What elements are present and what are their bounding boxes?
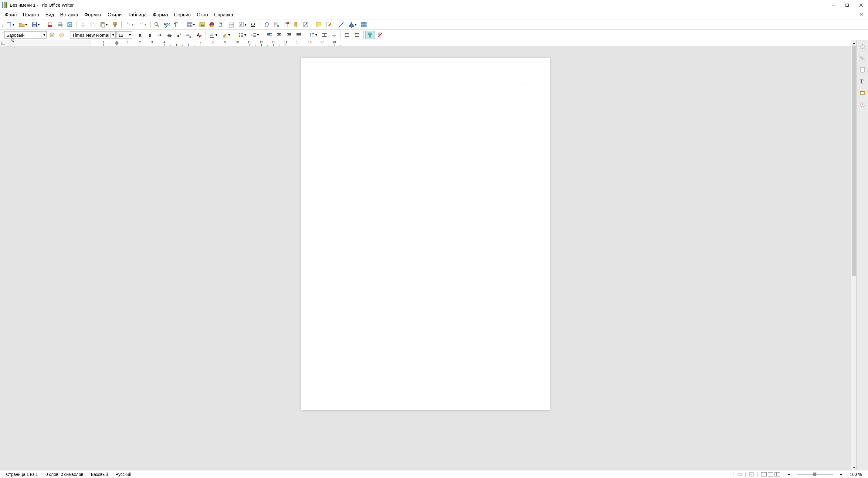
- status-signature[interactable]: [746, 470, 757, 478]
- clone-formatting-alt-button[interactable]: [365, 31, 374, 39]
- bullet-list-button[interactable]: ▾: [236, 31, 248, 39]
- highlight-color-button[interactable]: ▾: [220, 31, 232, 39]
- font-name-input[interactable]: [70, 32, 111, 38]
- menu-справка[interactable]: Справка: [211, 11, 236, 19]
- increase-para-spacing-button[interactable]: [320, 31, 329, 39]
- menu-вставка[interactable]: Вставка: [57, 11, 81, 19]
- sidebar-properties-button[interactable]: [858, 54, 867, 63]
- redo-button[interactable]: ▾: [136, 20, 148, 29]
- decrease-para-spacing-button[interactable]: [330, 31, 339, 39]
- update-style-button[interactable]: [48, 31, 57, 39]
- minimize-button[interactable]: [826, 0, 840, 10]
- bold-button[interactable]: a: [136, 31, 145, 39]
- maximize-button[interactable]: [840, 0, 854, 10]
- superscript-button[interactable]: ab: [175, 31, 184, 39]
- draw-functions-button[interactable]: [359, 20, 368, 29]
- align-left-button[interactable]: [265, 31, 274, 39]
- scroll-down-button[interactable]: ▾: [851, 465, 857, 470]
- formatting-marks-button[interactable]: [172, 20, 181, 29]
- align-center-button[interactable]: [275, 31, 284, 39]
- status-zoom-in[interactable]: +: [836, 470, 846, 478]
- clear-formatting-button[interactable]: A: [194, 31, 203, 39]
- save-document-button[interactable]: ▾: [30, 20, 42, 29]
- sidebar-settings-button[interactable]: [858, 42, 867, 52]
- print-button[interactable]: [56, 20, 65, 29]
- font-color-button[interactable]: a▾: [207, 31, 219, 39]
- open-document-button[interactable]: ▾: [17, 20, 29, 29]
- new-document-button[interactable]: ▾: [4, 20, 17, 29]
- undo-button[interactable]: ▾: [124, 20, 136, 29]
- zoom-slider-knob[interactable]: [813, 473, 816, 476]
- font-size-input[interactable]: [117, 32, 128, 38]
- italic-button[interactable]: a: [146, 31, 155, 39]
- dropdown-arrow-icon[interactable]: ▾: [41, 32, 46, 38]
- insert-chart-button[interactable]: [207, 20, 216, 29]
- menu-правка[interactable]: Правка: [20, 11, 42, 19]
- menu-вид[interactable]: Вид: [42, 11, 57, 19]
- underline-button[interactable]: a: [155, 31, 164, 39]
- insert-page-break-button[interactable]: [227, 20, 236, 29]
- sidebar-styles-button[interactable]: T: [858, 76, 867, 86]
- increase-indent-button[interactable]: [343, 31, 352, 39]
- insert-field-button[interactable]: # ▾: [237, 20, 249, 29]
- spellcheck-button[interactable]: Abc: [162, 20, 171, 29]
- align-right-button[interactable]: [284, 31, 293, 39]
- copy-button[interactable]: [88, 20, 97, 29]
- paste-button[interactable]: ▾: [98, 20, 110, 29]
- menu-форма[interactable]: Форма: [150, 11, 171, 19]
- status-insert-mode[interactable]: [734, 470, 745, 478]
- scroll-up-button[interactable]: ▴: [851, 40, 857, 45]
- menu-стили[interactable]: Стили: [105, 11, 125, 19]
- dropdown-arrow-icon[interactable]: ▾: [128, 32, 132, 38]
- status-zoom-level[interactable]: 100 %: [846, 470, 866, 478]
- status-wordcount[interactable]: 0 слов, 0 символов: [42, 470, 87, 478]
- toolbar-grip[interactable]: [2, 31, 4, 39]
- track-changes-button[interactable]: [324, 20, 333, 29]
- status-page-style[interactable]: Базовый: [87, 470, 112, 478]
- strikethrough-button[interactable]: a: [165, 31, 174, 39]
- document-page[interactable]: [301, 58, 550, 410]
- export-pdf-button[interactable]: [46, 20, 55, 29]
- basic-shapes-button[interactable]: ▾: [347, 20, 359, 29]
- toolbar-grip[interactable]: [2, 21, 4, 29]
- view-single-page-button[interactable]: [761, 472, 767, 476]
- zoom-slider[interactable]: [797, 474, 833, 475]
- clone-formatting-button[interactable]: [111, 20, 120, 29]
- draw-line-button[interactable]: [337, 20, 346, 29]
- menu-файл[interactable]: Файл: [2, 11, 20, 19]
- sidebar-page-button[interactable]: [858, 65, 867, 75]
- menu-окно[interactable]: Окно: [194, 11, 211, 19]
- menu-таблица[interactable]: Таблица: [125, 11, 150, 19]
- close-button[interactable]: [854, 0, 868, 10]
- scroll-thumb[interactable]: [852, 45, 856, 276]
- document-viewport[interactable]: [0, 46, 851, 470]
- subscript-button[interactable]: ab: [185, 31, 194, 39]
- paragraph-style-combo[interactable]: ▾: [4, 31, 47, 38]
- font-size-combo[interactable]: ▾: [116, 31, 132, 38]
- view-book-button[interactable]: [775, 472, 780, 476]
- menu-сервис[interactable]: Сервис: [171, 11, 194, 19]
- line-spacing-button[interactable]: ▾: [307, 31, 319, 39]
- insert-image-button[interactable]: [197, 20, 207, 29]
- dropdown-arrow-icon[interactable]: ▾: [111, 32, 115, 38]
- insert-table-button[interactable]: ▾: [185, 20, 197, 29]
- status-zoom-out[interactable]: −: [784, 470, 794, 478]
- horizontal-ruler[interactable]: 1123456789101112131415161718: [0, 40, 851, 46]
- vertical-scrollbar[interactable]: ▴ ▾: [851, 40, 857, 470]
- view-multi-page-button[interactable]: [768, 472, 773, 476]
- align-justify-button[interactable]: [294, 31, 303, 39]
- insert-hyperlink-button[interactable]: [262, 20, 271, 29]
- insert-textbox-button[interactable]: T: [217, 20, 226, 29]
- sidebar-navigator-button[interactable]: [858, 100, 867, 109]
- insert-special-char-button[interactable]: Ω: [249, 20, 258, 29]
- status-page[interactable]: Страница 1 из 1: [2, 470, 41, 478]
- find-replace-button[interactable]: [152, 20, 161, 29]
- menu-формат[interactable]: Формат: [81, 11, 105, 19]
- decrease-indent-button[interactable]: [352, 31, 362, 39]
- insert-endnote-button[interactable]: [282, 20, 291, 29]
- print-preview-button[interactable]: [65, 20, 74, 29]
- sidebar-gallery-button[interactable]: [858, 88, 867, 98]
- paragraph-style-input[interactable]: [5, 32, 41, 38]
- new-style-button[interactable]: [57, 31, 66, 39]
- insert-footnote-button[interactable]: [272, 20, 281, 29]
